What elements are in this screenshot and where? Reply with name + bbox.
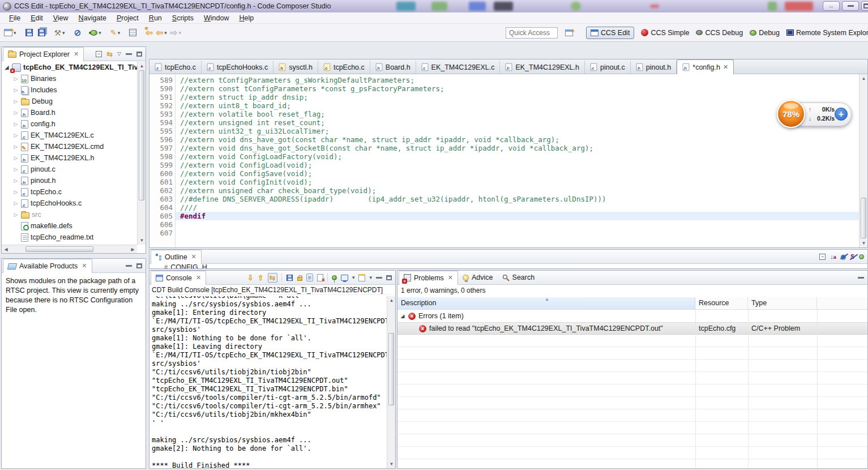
minimize-icon[interactable] (376, 277, 382, 279)
menu-item[interactable]: Project (112, 13, 143, 23)
collapsed-arrow-icon[interactable]: ▷ (13, 200, 19, 206)
quick-access-input[interactable] (506, 27, 558, 39)
console-output[interactable]: 'C:\ti\ccsv6\utils\bin\gmake' -k all mak… (149, 296, 387, 468)
editor-tab[interactable]: tcpEchoHooks.c ✕ (202, 61, 273, 74)
outline-item[interactable]: # CONFIG_H (149, 264, 867, 269)
tab-problems[interactable]: Problems ✕ (399, 271, 458, 285)
console-swap-icon[interactable]: ⇆ (268, 273, 277, 283)
tab-advice[interactable]: Advice (458, 274, 498, 281)
tree-vertical-scrollbar[interactable]: ▲ ▼ (137, 62, 146, 245)
tree-item[interactable]: ▷ config.h (2, 118, 137, 130)
editor-tab[interactable]: *config.h ✕ (677, 59, 734, 74)
window-minimize-button[interactable] (842, 1, 859, 11)
column-type[interactable]: Type (748, 297, 817, 309)
hide-static-icon[interactable]: S (850, 254, 854, 260)
perspective-button[interactable]: Debug (750, 29, 780, 37)
code-line[interactable]: 596 //extern void dns_have_got(const cha… (149, 135, 859, 144)
save-all-button[interactable] (35, 28, 47, 37)
code-line[interactable]: 603 //#define DNS_SERVER_ADDRESS(ipaddr)… (149, 195, 859, 203)
hide-fields-icon[interactable]: ◉ (841, 253, 846, 260)
editor-tab[interactable]: EK_TM4C129EXL.c ✕ (416, 61, 501, 74)
tree-item[interactable]: ▷ pinout.h (2, 175, 137, 186)
menu-item[interactable]: Scripts (168, 13, 198, 23)
collapsed-arrow-icon[interactable]: ▷ (13, 99, 19, 104)
close-icon[interactable]: ✕ (74, 50, 79, 58)
maximize-icon[interactable] (136, 263, 142, 268)
editor-tab[interactable]: pinout.h ✕ (631, 61, 677, 74)
collapsed-arrow-icon[interactable]: ▷ (13, 178, 19, 183)
code-line[interactable]: 602 //extern unsigned char check_board_t… (149, 186, 859, 195)
tree-item[interactable]: ▷ Debug (2, 96, 137, 107)
flash-button[interactable]: ✎▾ (109, 27, 122, 38)
save-button[interactable] (24, 28, 35, 37)
next-console-icon[interactable]: ⇩ (247, 274, 254, 282)
title-bar[interactable]: CCS Edit - tcpEcho_EK_TM4C129EXL_TI_Tiva… (0, 0, 868, 12)
debug-launch-button[interactable]: ▾ (88, 29, 103, 37)
tree-item[interactable]: ▷ tcpEcho.c (2, 186, 137, 198)
menu-item[interactable]: View (49, 13, 73, 23)
tree-item[interactable]: ▷ src (2, 209, 137, 220)
minimize-icon[interactable] (126, 265, 132, 267)
code-line[interactable]: 589 //extern tConfigParameters g_sWorkin… (149, 76, 859, 84)
editor-tab[interactable]: tcpEcho.c ✕ (318, 61, 370, 74)
menu-item[interactable]: File (5, 13, 25, 23)
collapsed-arrow-icon[interactable]: ▷ (13, 144, 19, 149)
window-resize-button[interactable]: ⇔ (823, 1, 840, 11)
editor-tab[interactable]: Board.h ✕ (370, 61, 416, 74)
add-button[interactable]: + (835, 108, 848, 121)
previous-console-icon[interactable]: ⇧ (258, 274, 264, 282)
editor-vertical-scrollbar[interactable]: ▲ ▼ (859, 74, 867, 247)
code-line[interactable]: 600 //extern void ConfigSave(void); (149, 169, 859, 178)
tab-outline[interactable]: Outline ✕ (151, 250, 202, 264)
editor-tab[interactable]: pinout.c ✕ (585, 61, 631, 74)
code-line[interactable]: 605 #endif (149, 212, 859, 220)
tree-item[interactable]: ▷ EK_TM4C129EXL.h (2, 152, 137, 164)
errors-group-row[interactable]: ◢ Errors (1 item) (397, 310, 867, 322)
maximize-icon[interactable] (136, 52, 142, 57)
collapsed-arrow-icon[interactable]: ▷ (13, 212, 19, 217)
collapsed-arrow-icon[interactable]: ▷ (13, 133, 19, 138)
tree-item[interactable]: tcpEcho_readme.txt (2, 232, 137, 243)
collapsed-arrow-icon[interactable]: ▷ (13, 110, 19, 116)
speed-monitor-overlay[interactable]: 78% ↑0K/s ↓0.2K/s + (777, 100, 852, 129)
code-line[interactable]: 591 //extern struct ip_addr dnsip; (149, 93, 859, 101)
clear-console-icon[interactable] (317, 274, 323, 281)
code-line[interactable]: 594 //extern unsigned int reset_count; (149, 118, 859, 127)
tab-console[interactable]: Console ✕ (151, 271, 206, 285)
tree-item[interactable]: ▷ tcpEchoHooks.c (2, 198, 137, 209)
code-line[interactable]: 592 //extern uint8_t board_id; (149, 101, 859, 110)
scroll-lock-icon[interactable] (297, 277, 302, 281)
minimize-icon[interactable] (126, 53, 132, 55)
code-line[interactable]: 599 //extern void ConfigLoad(void); (149, 161, 859, 169)
close-icon[interactable]: ✕ (448, 274, 453, 281)
forward-button[interactable]: ⇨▾ (169, 27, 183, 39)
menu-item[interactable]: Window (199, 13, 233, 23)
tree-item[interactable]: ▷ EK_TM4C129EXL.cmd (2, 141, 137, 152)
tree-item[interactable]: ▷ Binaries (2, 73, 137, 84)
progress-circle[interactable]: 78% (777, 100, 805, 128)
code-line[interactable]: 607 (149, 229, 859, 237)
perspective-button[interactable]: CCS Debug (696, 29, 743, 37)
collapsed-arrow-icon[interactable]: ▷ (13, 166, 19, 172)
open-perspective-button[interactable] (563, 28, 575, 37)
collapse-all-icon[interactable] (819, 254, 826, 260)
perspective-button[interactable]: Remote System Explorer (786, 29, 868, 37)
tree-item[interactable]: ▷ pinout.c (2, 164, 137, 175)
editor-tab[interactable]: EK_TM4C129EXL.h ✕ (500, 61, 585, 74)
menu-item[interactable]: Run (144, 13, 166, 23)
view-menu-icon[interactable]: ▽ (117, 51, 121, 57)
perspective-button[interactable]: CCS Edit (586, 27, 634, 39)
collapsed-arrow-icon[interactable]: ▷ (13, 189, 19, 195)
menu-item[interactable]: Navigate (74, 13, 111, 23)
menu-item[interactable]: Edit (26, 13, 48, 23)
console-vertical-scrollbar[interactable]: ▲ ▼ (387, 296, 395, 468)
hide-non-public-icon[interactable] (859, 254, 864, 259)
tree-item[interactable]: ▷ EK_TM4C129EXL.c (2, 130, 137, 141)
column-description[interactable]: Description ▲ (397, 297, 695, 309)
report-button[interactable] (127, 28, 138, 37)
problem-row[interactable]: failed to read "tcpEcho_EK_TM4C129EXL_TI… (397, 322, 867, 335)
code-line[interactable]: 601 //extern void ConfigInit(void); (149, 178, 859, 186)
expanded-arrow-icon[interactable]: ◢ (400, 313, 405, 319)
menu-item[interactable]: Help (235, 13, 259, 23)
new-button[interactable]: ▾ (2, 28, 18, 37)
